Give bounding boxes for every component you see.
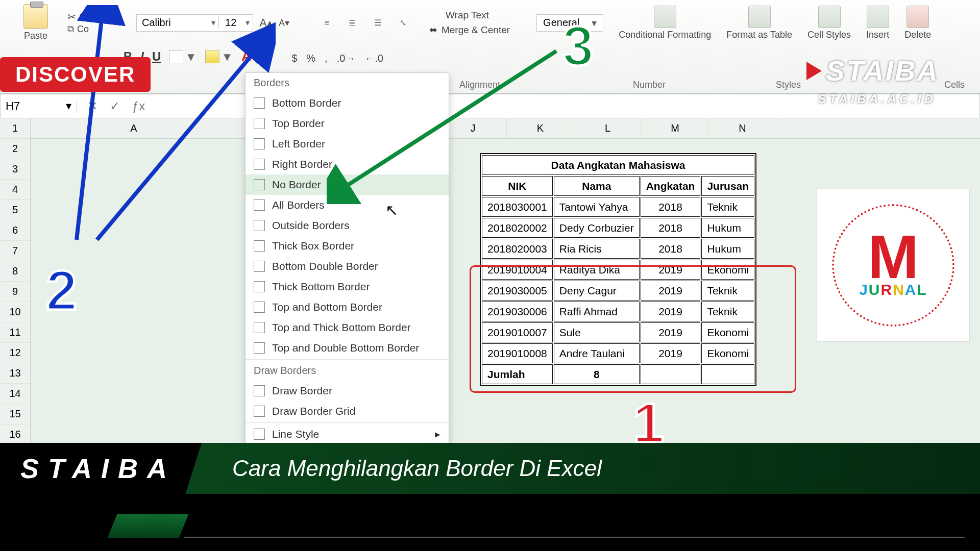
wrap-text-button[interactable]: Wrap Text (429, 10, 510, 21)
table-cell[interactable]: 2018 (641, 197, 701, 217)
line-style-item[interactable]: Line Style ▸ (246, 424, 449, 444)
table-cell[interactable]: Hukum (701, 218, 754, 238)
row-header[interactable]: 3 (0, 159, 30, 180)
table-cell[interactable]: Raditya Dika (554, 260, 640, 280)
percent-button[interactable]: % (306, 53, 315, 64)
insert-button[interactable]: Insert (866, 6, 889, 40)
copy-button[interactable]: ⧉Co (67, 24, 93, 35)
table-cell[interactable]: Deny Cagur (554, 281, 640, 300)
column-header[interactable]: L (574, 118, 642, 138)
row-header[interactable]: 7 (0, 241, 30, 261)
table-cell[interactable]: Sule (554, 322, 640, 342)
draw-border-option[interactable]: Draw Border (246, 381, 449, 401)
row-header[interactable]: 12 (0, 343, 30, 363)
column-header[interactable]: M (642, 118, 709, 138)
column-header[interactable]: N (709, 118, 776, 138)
conditional-formatting-button[interactable]: Conditional Formatting (619, 6, 711, 40)
table-cell[interactable]: 2018 (641, 239, 701, 259)
border-option[interactable]: Thick Box Border (246, 236, 449, 256)
table-cell[interactable]: 2019010007 (482, 322, 553, 342)
table-cell[interactable]: 2018030001 (482, 197, 553, 217)
row-header[interactable]: 13 (0, 363, 30, 384)
table-cell[interactable]: Ekonomi (701, 260, 754, 280)
decrease-decimal-icon[interactable]: ←.0 (364, 53, 383, 64)
table-cell[interactable]: 2019 (641, 281, 701, 300)
table-cell[interactable]: 2019030006 (482, 302, 553, 321)
underline-button[interactable]: U (152, 49, 161, 64)
border-option[interactable]: Top Border (246, 113, 449, 134)
row-header[interactable]: 9 (0, 282, 30, 302)
increase-decimal-icon[interactable]: .0→ (337, 53, 356, 64)
row-header[interactable]: 6 (0, 220, 30, 241)
row-header[interactable]: 1 (0, 118, 30, 139)
fx-icon[interactable]: ƒx (132, 99, 145, 113)
comma-button[interactable]: , (325, 53, 328, 64)
row-header[interactable]: 16 (0, 424, 30, 445)
border-option[interactable]: All Borders (246, 195, 449, 215)
table-cell[interactable]: Dedy Corbuzier (554, 218, 640, 238)
row-header[interactable]: 14 (0, 384, 30, 404)
table-cell[interactable]: Ekonomi (701, 322, 754, 342)
border-option[interactable]: Top and Bottom Border (246, 297, 449, 317)
column-header[interactable]: J (439, 118, 507, 138)
table-cell[interactable]: Teknik (701, 281, 754, 300)
border-option[interactable]: Thick Bottom Border (246, 277, 449, 297)
border-option[interactable]: Outside Borders (246, 215, 449, 236)
table-cell[interactable]: Ekonomi (701, 343, 754, 363)
paste-button[interactable]: Paste (15, 4, 56, 41)
draw-border-option[interactable]: Draw Border Grid (246, 401, 449, 421)
table-cell[interactable]: 2019 (641, 260, 701, 280)
table-cell[interactable]: 2019 (641, 302, 701, 321)
delete-button[interactable]: Delete (904, 6, 931, 40)
cut-button[interactable]: ✂Cut (67, 11, 93, 23)
row-header[interactable]: 2 (0, 139, 30, 159)
column-header[interactable]: A (31, 118, 237, 138)
font-color-button[interactable]: A▾ (241, 48, 265, 64)
merge-center-button[interactable]: ⬌Merge & Center (429, 24, 510, 36)
row-header[interactable]: 8 (0, 261, 30, 282)
align-top-icon[interactable]: ≡ (317, 13, 336, 33)
currency-button[interactable]: $ (291, 53, 297, 64)
fill-color-button[interactable]: ▾ (205, 49, 233, 64)
table-cell[interactable]: 2019030005 (482, 281, 553, 300)
border-option[interactable]: Left Border (246, 134, 449, 154)
table-cell[interactable]: 2019010008 (482, 343, 553, 363)
border-option[interactable]: Top and Double Bottom Border (246, 338, 449, 358)
table-cell[interactable]: Andre Taulani (554, 343, 640, 363)
name-box[interactable]: H7 ▾ (1, 99, 77, 113)
row-header[interactable]: 15 (0, 404, 30, 424)
border-button[interactable]: ▾ (169, 49, 197, 64)
enter-icon[interactable]: ✓ (110, 99, 120, 113)
table-cell[interactable]: 2019 (641, 343, 701, 363)
table-cell[interactable]: 2018 (641, 218, 701, 238)
increase-font-icon[interactable]: A▴ (259, 16, 273, 30)
table-cell[interactable]: Hukum (701, 239, 754, 259)
table-cell[interactable]: 2018020003 (482, 239, 553, 259)
row-header[interactable]: 5 (0, 200, 30, 220)
table-cell[interactable]: 2019010004 (482, 260, 553, 280)
table-cell[interactable]: Tantowi Yahya (554, 197, 640, 217)
align-bot-icon[interactable]: ☰ (368, 13, 387, 33)
table-cell[interactable]: Raffi Ahmad (554, 302, 640, 321)
table-cell[interactable]: 2018020002 (482, 218, 553, 238)
row-header[interactable]: 11 (0, 322, 30, 343)
orientation-icon[interactable]: ⤡ (394, 13, 413, 33)
border-option[interactable]: Bottom Border (246, 93, 449, 113)
table-cell[interactable]: 2019 (641, 322, 701, 342)
row-header[interactable]: 10 (0, 302, 30, 322)
font-name-select[interactable]: Calibri ▾ 12 ▾ (136, 14, 253, 32)
border-option[interactable]: Right Border (246, 154, 449, 174)
table-cell[interactable]: Ria Ricis (554, 239, 640, 259)
align-mid-icon[interactable]: ≣ (342, 13, 362, 33)
border-option[interactable]: No Border (246, 174, 449, 195)
decrease-font-icon[interactable]: A▾ (279, 17, 289, 29)
table-cell[interactable]: Teknik (701, 302, 754, 321)
cancel-icon[interactable]: ✕ (87, 99, 97, 113)
row-header[interactable]: 4 (0, 180, 30, 200)
table-cell[interactable]: Teknik (701, 197, 754, 217)
format-as-table-button[interactable]: Format as Table (726, 6, 792, 40)
cell-styles-button[interactable]: Cell Styles (807, 6, 851, 40)
border-option[interactable]: Top and Thick Bottom Border (246, 317, 449, 338)
column-header[interactable]: K (507, 118, 574, 138)
border-option[interactable]: Bottom Double Border (246, 256, 449, 277)
